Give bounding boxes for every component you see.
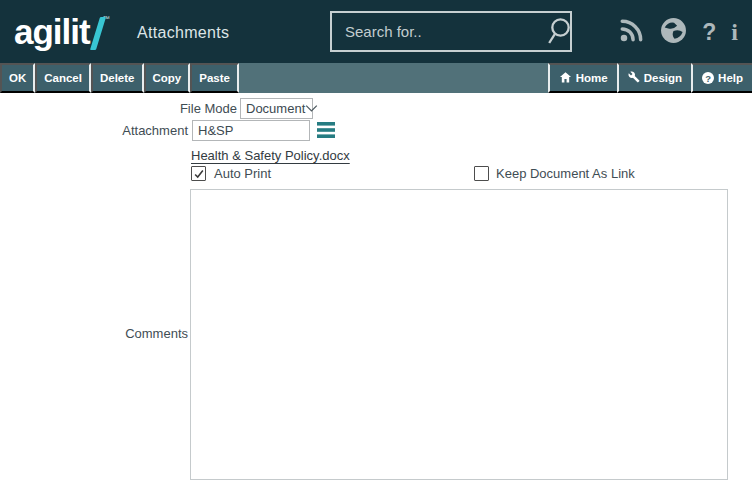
app-window: agilit ™ Attachments — [0, 0, 752, 498]
paste-button[interactable]: Paste — [190, 63, 239, 93]
delete-button[interactable]: Delete — [91, 63, 144, 93]
toolbar-left-group: OK Cancel Delete Copy Paste — [0, 63, 239, 93]
attachment-menu-icon[interactable] — [317, 122, 335, 138]
comments-textarea[interactable] — [190, 189, 728, 480]
help-button-label: Help — [718, 72, 743, 84]
file-mode-selected-value: Document — [246, 101, 305, 116]
wrench-icon — [628, 71, 640, 85]
help-icon[interactable]: ? — [702, 21, 716, 44]
auto-print-checkbox[interactable] — [191, 166, 206, 181]
toolbar-right-group: Home Design ? Help — [548, 63, 752, 93]
search-input[interactable] — [332, 13, 544, 50]
comments-label: Comments — [60, 326, 188, 342]
rss-icon[interactable] — [619, 17, 645, 47]
form-area: File Mode Document Attachment Health & S… — [0, 93, 752, 498]
ok-button[interactable]: OK — [0, 63, 35, 93]
header-icon-group: ? i — [619, 14, 738, 50]
help-button[interactable]: ? Help — [691, 63, 752, 93]
design-button[interactable]: Design — [617, 63, 691, 93]
keep-document-as-link-label: Keep Document As Link — [496, 166, 635, 181]
home-button-label: Home — [576, 72, 608, 84]
auto-print-label: Auto Print — [214, 166, 271, 181]
search-icon[interactable] — [544, 16, 574, 48]
document-link[interactable]: Health & Safety Policy.docx — [191, 148, 350, 163]
design-button-label: Design — [644, 72, 682, 84]
page-title: Attachments — [137, 24, 229, 42]
logo-slash-icon — [90, 17, 106, 50]
copy-button[interactable]: Copy — [144, 63, 191, 93]
delete-button-label: Delete — [100, 72, 135, 84]
attachment-label: Attachment — [60, 123, 188, 139]
checkmark-icon — [193, 168, 205, 180]
chevron-down-icon — [305, 104, 318, 113]
search-box[interactable] — [330, 11, 572, 52]
keep-document-as-link-checkbox[interactable] — [474, 166, 489, 181]
info-icon[interactable]: i — [731, 20, 738, 44]
home-icon — [559, 71, 572, 86]
copy-button-label: Copy — [153, 72, 182, 84]
header-bar: agilit ™ Attachments — [0, 0, 752, 63]
action-toolbar: OK Cancel Delete Copy Paste Home — [0, 63, 752, 93]
cancel-button-label: Cancel — [44, 72, 82, 84]
home-button[interactable]: Home — [548, 63, 617, 93]
question-circle-icon: ? — [702, 72, 714, 84]
globe-icon[interactable] — [660, 17, 687, 48]
cancel-button[interactable]: Cancel — [35, 63, 91, 93]
ok-button-label: OK — [9, 72, 26, 84]
file-mode-select[interactable]: Document — [240, 98, 313, 119]
attachment-input[interactable] — [192, 120, 310, 141]
logo-wordmark: agilit — [14, 12, 90, 52]
paste-button-label: Paste — [199, 72, 230, 84]
app-logo: agilit ™ — [14, 9, 110, 55]
file-mode-label: File Mode — [100, 101, 237, 117]
